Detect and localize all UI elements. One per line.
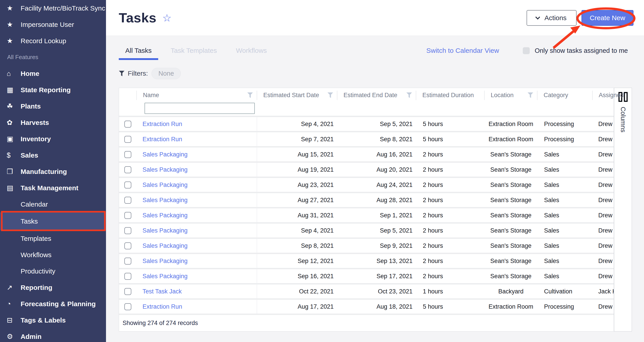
view-controls: Switch to Calendar View Only show tasks … bbox=[426, 46, 632, 55]
task-name-link[interactable]: Extraction Run bbox=[142, 121, 182, 128]
filters-value-pill[interactable]: None bbox=[152, 68, 181, 79]
sidebar-item-inventory[interactable]: ▣ Inventory bbox=[0, 131, 106, 147]
sidebar-item-forecasting-planning[interactable]: ◔ Forecasting & Planning bbox=[0, 296, 106, 312]
sidebar-item-workflows[interactable]: Workflows bbox=[0, 247, 106, 263]
cell-category: Processing bbox=[537, 117, 592, 131]
sidebar-item-task-management[interactable]: ▤ Task Management bbox=[0, 180, 106, 196]
task-name-link[interactable]: Sales Packaging bbox=[142, 258, 188, 265]
column-filter-icon[interactable] bbox=[406, 92, 412, 98]
row-checkbox[interactable] bbox=[124, 166, 131, 173]
row-select-cell bbox=[119, 208, 137, 222]
tab-workflows[interactable]: Workflows bbox=[230, 46, 274, 60]
row-checkbox[interactable] bbox=[124, 136, 131, 143]
task-name-link[interactable]: Sales Packaging bbox=[142, 242, 188, 249]
cell-start-date: Aug 31, 2021 bbox=[257, 208, 337, 222]
columns-panel-toggle[interactable]: Columns bbox=[614, 88, 632, 332]
task-name-link[interactable]: Extraction Run bbox=[142, 136, 182, 143]
task-name-link[interactable]: Sales Packaging bbox=[142, 151, 188, 158]
row-select-cell bbox=[119, 239, 137, 253]
sidebar-item-harvests[interactable]: ✿ Harvests bbox=[0, 114, 106, 131]
cell-end-date: Sep 1, 2021 bbox=[337, 208, 416, 222]
sidebar-item-templates[interactable]: Templates bbox=[0, 230, 106, 247]
row-checkbox[interactable] bbox=[124, 227, 131, 234]
main-area: Tasks ☆ Actions Create New All Tasks Tas… bbox=[106, 0, 644, 342]
task-name-link[interactable]: Sales Packaging bbox=[142, 181, 188, 188]
sidebar-item-state-reporting[interactable]: ▦ State Reporting bbox=[0, 82, 106, 98]
cell-start-date: Sep 16, 2021 bbox=[257, 269, 337, 283]
column-filter-icon[interactable] bbox=[528, 92, 533, 98]
sidebar-item-facility-metrc-biotrack-sync[interactable]: ★ Facility Metrc/BioTrack Sync bbox=[0, 0, 106, 16]
column-header-category[interactable]: Category bbox=[537, 88, 592, 102]
actions-button[interactable]: Actions bbox=[526, 10, 576, 26]
tab-task-templates[interactable]: Task Templates bbox=[164, 46, 224, 60]
cell-name: Test Task Jack bbox=[137, 285, 257, 298]
row-checkbox[interactable] bbox=[124, 121, 131, 128]
row-checkbox[interactable] bbox=[124, 181, 131, 188]
sidebar-item-reporting[interactable]: ↗ Reporting bbox=[0, 279, 106, 296]
sidebar-item-admin[interactable]: ⚙ Admin bbox=[0, 328, 106, 342]
row-checkbox[interactable] bbox=[124, 273, 131, 280]
column-header-estimated-duration[interactable]: Estimated Duration bbox=[416, 88, 484, 102]
row-checkbox[interactable] bbox=[124, 303, 131, 310]
sidebar-item-plants[interactable]: ☘ Plants bbox=[0, 98, 106, 114]
row-checkbox[interactable] bbox=[124, 197, 131, 204]
favorite-star-icon[interactable]: ☆ bbox=[162, 12, 172, 24]
task-name-link[interactable]: Extraction Run bbox=[142, 303, 182, 310]
cell-end-date: Aug 24, 2021 bbox=[337, 178, 416, 192]
filters-bar: Filters: None bbox=[119, 68, 632, 79]
cell-assigned: Drew bbox=[592, 208, 614, 222]
cell-location: Sean's Storage bbox=[484, 208, 537, 222]
sidebar-item-productivity[interactable]: Productivity bbox=[0, 263, 106, 279]
column-header-estimated-start-date[interactable]: Estimated Start Date bbox=[257, 88, 337, 102]
sidebar-item-impersonate-user[interactable]: ★ Impersonate User bbox=[0, 16, 106, 33]
name-filter-input[interactable] bbox=[144, 103, 255, 114]
assigned-to-me-checkbox[interactable] bbox=[523, 47, 530, 54]
task-name-link[interactable]: Test Task Jack bbox=[142, 288, 182, 295]
table-row: Sales Packaging Sep 4, 2021 Sep 5, 2021 … bbox=[119, 224, 614, 237]
cell-duration: 2 hours bbox=[416, 269, 484, 283]
column-filter-icon[interactable] bbox=[328, 92, 333, 98]
sidebar-item-home[interactable]: ⌂ Home bbox=[0, 65, 106, 82]
row-select-cell bbox=[119, 178, 137, 192]
sidebar-item-calendar[interactable]: Calendar bbox=[0, 196, 106, 212]
column-header-assigned[interactable]: Assigned bbox=[592, 88, 614, 102]
column-header-label: Name bbox=[143, 92, 159, 99]
cell-assigned: Drew bbox=[592, 300, 614, 314]
column-header-estimated-end-date[interactable]: Estimated End Date bbox=[337, 88, 416, 102]
cell-duration: 2 hours bbox=[416, 239, 484, 253]
sidebar-item-label: Home bbox=[20, 70, 39, 77]
cell-duration: 2 hours bbox=[416, 208, 484, 222]
row-checkbox[interactable] bbox=[124, 258, 131, 265]
sidebar-item-tasks[interactable]: Tasks bbox=[0, 212, 106, 230]
task-name-link[interactable]: Sales Packaging bbox=[142, 227, 188, 234]
task-name-link[interactable]: Sales Packaging bbox=[142, 197, 188, 204]
sidebar-item-tags-labels[interactable]: ⊟ Tags & Labels bbox=[0, 312, 106, 328]
row-checkbox[interactable] bbox=[124, 288, 131, 295]
row-checkbox[interactable] bbox=[124, 212, 131, 219]
sidebar-item-label: Record Lookup bbox=[20, 37, 66, 45]
column-filter-icon[interactable] bbox=[247, 92, 253, 98]
task-name-link[interactable]: Sales Packaging bbox=[142, 212, 188, 219]
table-filter-row bbox=[119, 102, 614, 116]
sidebar-item-manufacturing[interactable]: ❒ Manufacturing bbox=[0, 164, 106, 180]
column-header-name[interactable]: Name bbox=[137, 88, 257, 102]
table-row: Sales Packaging Sep 8, 2021 Sep 9, 2021 … bbox=[119, 239, 614, 253]
table-row: Sales Packaging Aug 23, 2021 Aug 24, 202… bbox=[119, 178, 614, 192]
sidebar-item-record-lookup[interactable]: ★ Record Lookup bbox=[0, 33, 106, 49]
tab-all-tasks[interactable]: All Tasks bbox=[119, 46, 158, 60]
switch-to-calendar-link[interactable]: Switch to Calendar View bbox=[426, 46, 499, 55]
row-checkbox[interactable] bbox=[124, 151, 131, 158]
task-name-link[interactable]: Sales Packaging bbox=[142, 273, 188, 280]
sidebar-item-sales[interactable]: $ Sales bbox=[0, 147, 106, 164]
row-select-cell bbox=[119, 148, 137, 161]
gear-icon: ⚙ bbox=[7, 332, 20, 341]
table-footer: Showing 274 of 274 records bbox=[119, 315, 614, 331]
create-new-button[interactable]: Create New bbox=[582, 10, 634, 26]
task-name-link[interactable]: Sales Packaging bbox=[142, 166, 188, 173]
row-select-cell bbox=[119, 300, 137, 314]
cell-location: Sean's Storage bbox=[484, 239, 537, 253]
column-header-select[interactable] bbox=[119, 88, 137, 102]
row-checkbox[interactable] bbox=[124, 242, 131, 249]
cell-end-date: Aug 28, 2021 bbox=[337, 193, 416, 207]
column-header-location[interactable]: Location bbox=[484, 88, 537, 102]
